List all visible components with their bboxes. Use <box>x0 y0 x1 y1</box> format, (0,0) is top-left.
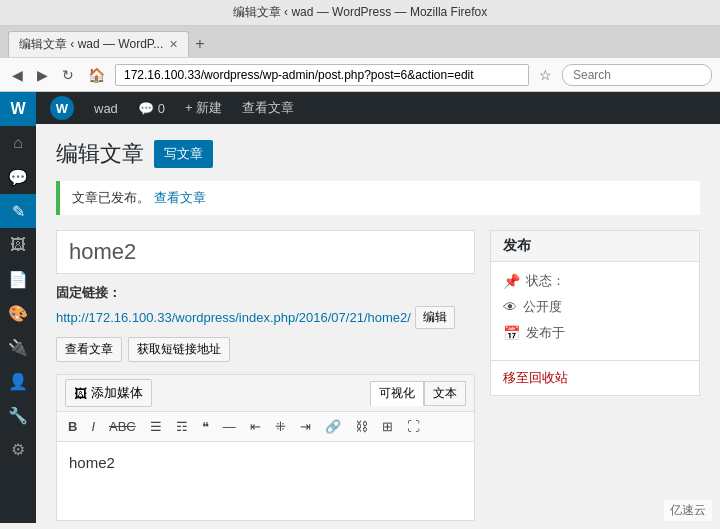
adminbar-wp-logo[interactable]: W <box>46 92 78 124</box>
wp-logo-icon: W <box>50 96 74 120</box>
fmt-unlink[interactable]: ⛓ <box>350 416 373 437</box>
publish-status-row: 📌 状态： <box>503 272 687 290</box>
fmt-ul[interactable]: ☰ <box>145 416 167 437</box>
edit-main: 固定链接： http://172.16.100.33/wordpress/ind… <box>56 230 475 521</box>
fmt-align-right[interactable]: ⇥ <box>295 416 316 437</box>
wp-content: 编辑文章 写文章 文章已发布。 查看文章 固定链接： http://172.16… <box>36 124 720 523</box>
tab-close-btn[interactable]: ✕ <box>169 38 178 51</box>
wp-admin: W ⌂ 💬 ✎ 🖼 📄 🎨 🔌 👤 🔧 ⚙ W wad 💬 0 + 新建 <box>0 92 720 523</box>
sidebar-home[interactable]: ⌂ <box>0 126 36 160</box>
tab-text[interactable]: 文本 <box>424 381 466 406</box>
comments-icon: 💬 <box>138 101 154 116</box>
post-title-input[interactable] <box>56 230 475 274</box>
add-media-icon: 🖼 <box>74 386 87 401</box>
fmt-blockquote[interactable]: ❝ <box>197 416 214 437</box>
fmt-italic[interactable]: I <box>86 416 100 437</box>
fmt-link[interactable]: 🔗 <box>320 416 346 437</box>
add-media-button[interactable]: 🖼 添加媒体 <box>65 379 152 407</box>
publish-date-label: 发布于 <box>526 324 565 342</box>
publish-visibility-row: 👁 公开度 <box>503 298 687 316</box>
trash-link[interactable]: 移至回收站 <box>491 360 699 395</box>
status-icon: 📌 <box>503 273 520 289</box>
page-title-row: 编辑文章 写文章 <box>56 139 700 169</box>
action-btn-row: 查看文章 获取短链接地址 <box>56 337 475 362</box>
add-media-label: 添加媒体 <box>91 384 143 402</box>
browser-title: 编辑文章 ‹ wad — WordPress — Mozilla Firefox <box>233 5 488 19</box>
sidebar-wp-logo[interactable]: W <box>0 92 36 126</box>
adminbar-view-post[interactable]: 查看文章 <box>238 92 298 124</box>
sidebar-tools[interactable]: 🔧 <box>0 398 36 432</box>
tab-label: 编辑文章 ‹ wad — WordP... <box>19 36 163 53</box>
adminbar-comments[interactable]: 💬 0 <box>134 92 169 124</box>
watermark: 亿速云 <box>664 500 712 521</box>
notice-text: 文章已发布。 <box>72 190 150 205</box>
status-label: 状态： <box>526 272 565 290</box>
get-shortlink-button[interactable]: 获取短链接地址 <box>128 337 230 362</box>
edit-layout: 固定链接： http://172.16.100.33/wordpress/ind… <box>56 230 700 521</box>
publish-box: 发布 📌 状态： 👁 公开度 📅 <box>490 230 700 396</box>
active-tab[interactable]: 编辑文章 ‹ wad — WordP... ✕ <box>8 31 189 57</box>
sidebar-posts[interactable]: ✎ <box>0 194 36 228</box>
fmt-more[interactable]: ⊞ <box>377 416 398 437</box>
page-title: 编辑文章 <box>56 139 144 169</box>
permalink-url: http://172.16.100.33/wordpress/index.php… <box>56 310 411 325</box>
sidebar-settings[interactable]: ⚙ <box>0 432 36 466</box>
bookmark-button[interactable]: ☆ <box>535 65 556 85</box>
back-button[interactable]: ◀ <box>8 65 27 85</box>
view-tabs: 可视化 文本 <box>370 381 466 406</box>
home-button[interactable]: 🏠 <box>84 65 109 85</box>
sidebar-plugins[interactable]: 🔌 <box>0 330 36 364</box>
fmt-fullscreen[interactable]: ⛶ <box>402 416 425 437</box>
reload-button[interactable]: ↻ <box>58 65 78 85</box>
sidebar-users[interactable]: 👤 <box>0 364 36 398</box>
tab-visual[interactable]: 可视化 <box>370 381 424 406</box>
sidebar-media[interactable]: 🖼 <box>0 228 36 262</box>
write-post-button[interactable]: 写文章 <box>154 140 213 168</box>
editor-format-bar: B I ABC ☰ ☶ ❝ — ⇤ ⁜ ⇥ 🔗 ⛓ ⊞ ⛶ <box>56 411 475 441</box>
url-input[interactable] <box>115 64 529 86</box>
sidebar-pages[interactable]: 📄 <box>0 262 36 296</box>
wp-sidebar: W ⌂ 💬 ✎ 🖼 📄 🎨 🔌 👤 🔧 ⚙ <box>0 92 36 523</box>
permalink-edit-button[interactable]: 编辑 <box>415 306 455 329</box>
forward-button[interactable]: ▶ <box>33 65 52 85</box>
publish-box-body: 📌 状态： 👁 公开度 📅 发布于 <box>491 262 699 360</box>
view-post-button[interactable]: 查看文章 <box>56 337 122 362</box>
admin-bar: W wad 💬 0 + 新建 查看文章 <box>36 92 720 124</box>
editor-body[interactable]: home2 <box>56 441 475 521</box>
comments-count: 0 <box>158 101 165 116</box>
address-bar: ◀ ▶ ↻ 🏠 ☆ <box>0 58 720 92</box>
permalink-label: 固定链接： <box>56 284 121 302</box>
tab-bar: 编辑文章 ‹ wad — WordP... ✕ + <box>0 26 720 58</box>
sidebar-comments[interactable]: 💬 <box>0 160 36 194</box>
adminbar-site-name[interactable]: wad <box>90 92 122 124</box>
notice-link[interactable]: 查看文章 <box>154 190 206 205</box>
site-name: wad <box>94 101 118 116</box>
permalink-row: 固定链接： http://172.16.100.33/wordpress/ind… <box>56 284 475 329</box>
fmt-bold[interactable]: B <box>63 416 82 437</box>
fmt-align-center[interactable]: ⁜ <box>270 416 291 437</box>
browser-title-bar: 编辑文章 ‹ wad — WordPress — Mozilla Firefox <box>0 0 720 26</box>
date-icon: 📅 <box>503 325 520 341</box>
visibility-label: 公开度 <box>523 298 562 316</box>
new-label: + 新建 <box>185 99 222 117</box>
publish-box-header: 发布 <box>491 231 699 262</box>
editor-toolbar-top: 🖼 添加媒体 可视化 文本 <box>56 374 475 411</box>
visibility-icon: 👁 <box>503 299 517 315</box>
fmt-ol[interactable]: ☶ <box>171 416 193 437</box>
publish-date-row: 📅 发布于 <box>503 324 687 342</box>
view-post-label: 查看文章 <box>242 99 294 117</box>
fmt-align-left[interactable]: ⇤ <box>245 416 266 437</box>
notice-bar: 文章已发布。 查看文章 <box>56 181 700 215</box>
new-tab-button[interactable]: + <box>195 35 204 53</box>
fmt-strikethrough[interactable]: ABC <box>104 416 141 437</box>
edit-sidebar: 发布 📌 状态： 👁 公开度 📅 <box>490 230 700 521</box>
editor-content: home2 <box>69 454 115 471</box>
search-input[interactable] <box>562 64 712 86</box>
adminbar-new[interactable]: + 新建 <box>181 92 226 124</box>
fmt-hr[interactable]: — <box>218 416 241 437</box>
sidebar-appearance[interactable]: 🎨 <box>0 296 36 330</box>
